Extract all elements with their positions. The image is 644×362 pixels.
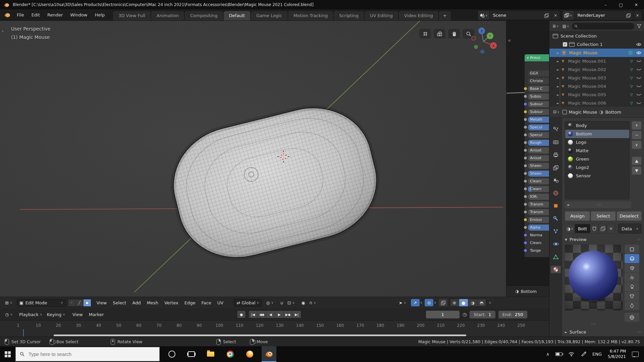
node-socket-icon[interactable]	[524, 118, 527, 121]
visibility-toggle[interactable]	[633, 85, 644, 88]
frame-number[interactable]: 200	[411, 323, 431, 328]
axis-neg-x-ball[interactable]	[472, 36, 476, 40]
node-socket-icon[interactable]	[524, 141, 527, 144]
breadcrumb-material[interactable]: Bottom	[605, 110, 621, 115]
frame-number[interactable]: 130	[270, 323, 290, 328]
node-input-label[interactable]: Clearc	[528, 240, 549, 246]
node-input-label[interactable]: Clearc	[528, 178, 549, 184]
node-input-row[interactable]: Sheen	[525, 163, 549, 169]
menu-item[interactable]: Window	[66, 9, 91, 20]
expand-arrow-icon[interactable]: ►	[557, 60, 561, 63]
node-input-row[interactable]: Clearc	[525, 240, 549, 246]
node-input-label[interactable]: Tange	[528, 248, 549, 254]
axis-neg-y-ball[interactable]	[474, 45, 478, 49]
node-input-label[interactable]: GGX	[528, 70, 549, 76]
file-explorer-button[interactable]	[203, 346, 218, 362]
timeline-menu-dropdown[interactable]: Keying∨	[45, 311, 67, 318]
current-frame-field[interactable]: 1	[426, 311, 460, 318]
node-input-label[interactable]: Transm	[528, 201, 549, 207]
node-input-label[interactable]: IOR:	[528, 194, 549, 200]
unlink-scene-icon[interactable]: ×	[551, 11, 560, 20]
timeline-menu-dropdown[interactable]: Playback∨	[17, 311, 45, 318]
frame-number[interactable]: 10	[28, 323, 48, 328]
move-slot-up-button[interactable]: ▲	[632, 157, 642, 165]
remove-slot-button[interactable]: −	[632, 131, 642, 139]
collapsed-panel-row[interactable]: ► ∷∷	[565, 201, 631, 208]
tree-row[interactable]: ► ▼ Magic Mouse.003 ▽	[549, 74, 644, 82]
expand-arrow-icon[interactable]: ►	[557, 76, 561, 80]
material-slot-name[interactable]: Sensor	[576, 173, 591, 178]
assign-button[interactable]: Assign	[565, 211, 590, 221]
node-socket-icon[interactable]	[524, 148, 527, 152]
tree-row-scene-collection[interactable]: Scene Collection	[549, 32, 644, 40]
deselect-button[interactable]: Deselect	[616, 211, 642, 221]
preview-cube-button[interactable]	[625, 263, 639, 273]
expand-triangle-icon[interactable]: ►	[568, 203, 570, 206]
viewport-3d[interactable]: User Perspective (1) Magic Mouse ›	[0, 21, 506, 297]
tab-view-layer[interactable]	[551, 164, 561, 171]
node-socket-icon[interactable]	[524, 249, 527, 252]
blender-menu-icon[interactable]	[4, 12, 10, 18]
transport-button[interactable]: ▶◆	[284, 311, 292, 318]
proportional-editing-toggle[interactable]: ◉	[299, 299, 307, 306]
visibility-toggle[interactable]	[633, 68, 644, 71]
tree-row-magic-mouse[interactable]: ► ▼ Magic Mouse ▽	[549, 49, 644, 57]
viewport-menu-item[interactable]: View	[94, 299, 110, 307]
preview-world-button[interactable]	[625, 313, 639, 322]
cortana-button[interactable]	[164, 346, 179, 362]
overlays-toggle[interactable]: ⊙	[425, 299, 433, 306]
viewport-menu-item[interactable]: Vertex	[161, 299, 181, 307]
node-input-row[interactable]: Christe	[525, 78, 549, 84]
workspace-tab[interactable]: UV Editing	[365, 11, 398, 20]
workspace-tab[interactable]: Animation	[151, 11, 184, 20]
tab-output[interactable]	[551, 151, 561, 159]
menu-item[interactable]: Help	[91, 9, 109, 20]
tab-physics[interactable]	[551, 240, 561, 248]
node-input-row[interactable]: Transm	[525, 209, 549, 215]
frame-number[interactable]: 30	[68, 323, 89, 328]
object-label[interactable]: Magic Mouse.004	[568, 84, 606, 89]
node-input-label[interactable]: Anisot	[528, 155, 549, 161]
frame-number[interactable]: 70	[149, 323, 169, 328]
frame-number[interactable]: 80	[169, 323, 189, 328]
node-input-row[interactable]: Transm	[525, 201, 549, 207]
material-slot-name[interactable]: Green	[576, 157, 589, 162]
workspace-tab[interactable]: Scripting	[334, 11, 364, 20]
pan-view-button[interactable]	[448, 29, 460, 39]
editor-type-button[interactable]: ⊟∨	[552, 109, 560, 115]
node-socket-icon[interactable]	[524, 110, 527, 114]
frame-number[interactable]: 140	[290, 323, 310, 328]
workspace-tab[interactable]: Motion Tracking	[288, 11, 333, 20]
editor-type-button[interactable]: ⊞∨	[3, 299, 15, 306]
node-input-row[interactable]: Emissi	[525, 217, 549, 223]
preview-flat-button[interactable]	[625, 245, 639, 254]
object-label[interactable]: Magic Mouse.006	[568, 101, 606, 106]
node-socket-icon[interactable]	[524, 210, 527, 214]
axis-gizmo[interactable]: Z Y X	[469, 26, 499, 56]
start-button[interactable]	[0, 346, 15, 362]
material-shading-button[interactable]: ◑	[468, 299, 477, 306]
expand-arrow-icon[interactable]: ►	[557, 51, 561, 55]
node-socket-icon[interactable]	[524, 164, 527, 168]
tab-modifiers[interactable]	[551, 215, 561, 222]
node-input-label[interactable]: Clearc	[528, 186, 549, 192]
collection-label[interactable]: Collection 1	[577, 42, 603, 47]
object-label[interactable]: Magic Mouse.005	[568, 92, 606, 97]
expand-arrow-icon[interactable]: ►	[557, 68, 561, 71]
node-socket-icon[interactable]	[524, 195, 527, 198]
node-input-row[interactable]: Clearc	[525, 178, 549, 184]
preview-fluid-button[interactable]	[625, 301, 639, 310]
render-layer-name[interactable]: RenderLayer	[574, 13, 624, 18]
pivot-point-dropdown[interactable]: ◎∨	[264, 299, 276, 306]
frame-number[interactable]: 40	[89, 323, 109, 328]
node-input-row[interactable]: Specul	[525, 132, 549, 138]
collection-checkbox[interactable]: ✓	[563, 42, 567, 47]
node-socket-icon[interactable]	[524, 241, 527, 245]
wireframe-shading-button[interactable]: ⊕	[450, 299, 459, 306]
node-input-row[interactable]: Metalli	[525, 116, 549, 123]
node-input-row[interactable]: Sheen	[525, 170, 549, 177]
visibility-toggle[interactable]	[633, 60, 644, 63]
frame-number[interactable]: 150	[310, 323, 330, 328]
tab-tool[interactable]	[551, 126, 561, 133]
node-socket-icon[interactable]	[524, 218, 527, 222]
